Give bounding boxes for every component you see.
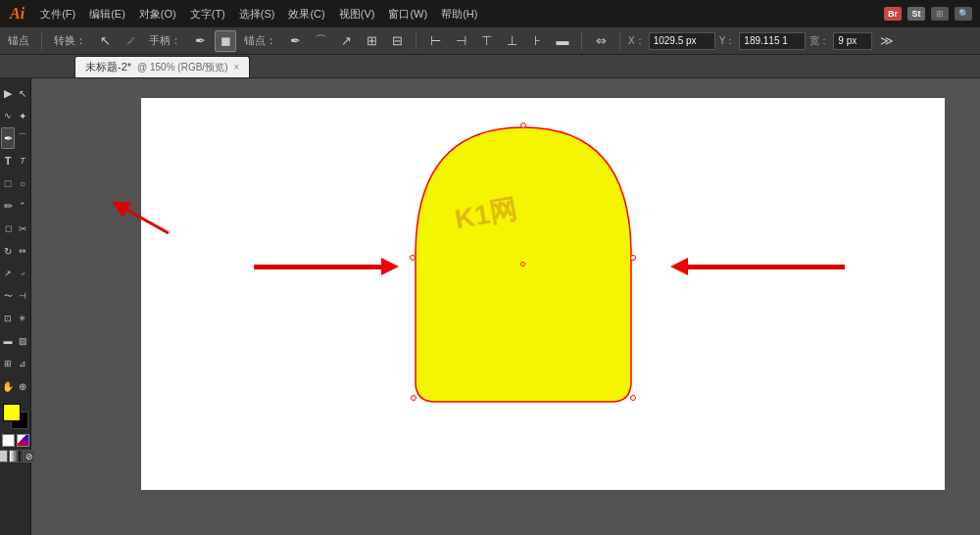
curvature-tool-btn[interactable]: ⌒ (16, 127, 29, 149)
magic-wand-btn[interactable]: ✦ (16, 105, 29, 126)
distribute-h-btn[interactable]: ⇔ (590, 30, 612, 52)
anchor-btn-2[interactable]: ⌒ (310, 30, 331, 52)
transform-btn-2[interactable]: ⟋ (120, 30, 141, 52)
scissor-tool-btn[interactable]: ✂ (16, 218, 29, 239)
shear-tool-btn[interactable]: ⌿ (16, 263, 29, 284)
zoom-tool-btn[interactable]: ⊕ (16, 375, 29, 397)
align-bottom-btn[interactable]: ▬ (552, 30, 573, 52)
separator-4 (619, 32, 620, 50)
align-center-btn[interactable]: ⊣ (450, 30, 471, 52)
tool-row-13: ⊞ ⊿ (1, 353, 29, 374)
x-input[interactable] (649, 32, 715, 50)
color-swatch-area (3, 404, 30, 431)
anchor-btn-4[interactable]: ⊞ (361, 30, 382, 52)
stock-icon[interactable]: St (907, 7, 925, 21)
separator-1 (41, 32, 42, 50)
yellow-shape[interactable]: K1网 (406, 118, 641, 407)
align-top-btn[interactable]: ⊥ (501, 30, 522, 52)
tool-row-8: ↻ ⇔ (1, 240, 29, 262)
pencil-tool-btn[interactable]: ✏ (1, 195, 15, 217)
ellipse-tool-btn[interactable]: ○ (16, 172, 29, 194)
handle-btn-2[interactable]: ◼ (215, 30, 236, 52)
canvas-area[interactable]: K1网 (63, 78, 980, 535)
align-middle-btn[interactable]: ⊦ (526, 30, 548, 52)
text-tool-btn[interactable]: T (1, 150, 15, 171)
text-tool-2-btn[interactable]: T (16, 150, 29, 171)
menu-file[interactable]: 文件(F) (34, 5, 81, 24)
menu-select[interactable]: 选择(S) (233, 5, 281, 24)
menu-view[interactable]: 视图(V) (333, 5, 381, 24)
handle-bottom-right[interactable] (630, 395, 636, 401)
solid-fill-btn[interactable] (0, 450, 8, 462)
handle-btn-1[interactable]: ✒ (189, 30, 211, 52)
graph-tool-btn[interactable]: ▬ (1, 330, 15, 352)
free-transform-btn[interactable]: ⊡ (1, 308, 15, 329)
menu-window[interactable]: 窗口(W) (382, 5, 433, 24)
pen-tool-btn[interactable]: ✒ (1, 127, 15, 149)
grid-icon[interactable]: ⊞ (931, 7, 949, 21)
select-tool-btn[interactable]: ▶ (1, 82, 15, 104)
tool-row-2: ∿ ✦ (1, 105, 29, 126)
rectangle-tool-btn[interactable]: □ (1, 172, 15, 194)
handle-bottom-left[interactable] (411, 395, 416, 401)
anchor-btn-3[interactable]: ↗ (335, 30, 357, 52)
puppet-warp-btn[interactable]: ✳ (16, 308, 29, 329)
separator-2 (416, 32, 416, 50)
warp-tool-btn[interactable]: 〜 (1, 285, 15, 307)
tool-row-7: ◻ ✂ (1, 218, 29, 239)
search-icon[interactable]: 🔍 (955, 7, 972, 21)
width-input[interactable] (833, 32, 872, 50)
right-arrow (670, 258, 845, 275)
tab-label: 未标题-2* (85, 60, 131, 74)
separator-3 (581, 32, 582, 50)
tool-row-14: ✋ ⊕ (1, 375, 29, 397)
artboard-tool-btn[interactable]: ⊞ (1, 353, 15, 374)
slice-tool-btn[interactable]: ⊿ (16, 353, 29, 374)
tool-row-6: ✏ ⌃ (1, 195, 29, 217)
handle-left-center[interactable] (410, 255, 416, 261)
eraser-tool-btn[interactable]: ◻ (1, 218, 15, 239)
gradient-fill-btn[interactable] (9, 450, 22, 462)
right-arrow-line (688, 265, 845, 269)
hand-tool-btn[interactable]: ✋ (1, 375, 15, 397)
scale-tool-btn[interactable]: ↗ (1, 263, 15, 284)
anchor-btn-5[interactable]: ⊟ (386, 30, 408, 52)
none-fill-btn[interactable]: ⊘ (23, 450, 35, 462)
rotate-tool-btn[interactable]: ↻ (1, 240, 15, 262)
smooth-tool-btn[interactable]: ⌃ (16, 195, 29, 217)
handle-right-center[interactable] (630, 255, 636, 261)
indicator-arrow-svg (102, 196, 171, 235)
more-options-btn[interactable]: ≫ (876, 30, 898, 52)
control-toolbar: 锚点 转换： ↖ ⟋ 手柄： ✒ ◼ 锚点： ✒ ⌒ ↗ ⊞ ⊟ ⊢ ⊣ ⊤ ⊥… (0, 27, 980, 55)
menu-object[interactable]: 对象(O) (133, 5, 182, 24)
swap-colors-btn[interactable] (17, 434, 29, 447)
bridge-icon[interactable]: Br (884, 7, 902, 21)
transform-label: 转换： (50, 33, 90, 48)
align-right-btn[interactable]: ⊤ (475, 30, 497, 52)
menu-effect[interactable]: 效果(C) (282, 5, 330, 24)
reflect-tool-btn[interactable]: ⇔ (16, 240, 29, 262)
align-left-btn[interactable]: ⊢ (424, 30, 446, 52)
y-input[interactable] (739, 32, 806, 50)
reset-colors-btn[interactable] (2, 434, 15, 447)
title-bar: Ai 文件(F) 编辑(E) 对象(O) 文字(T) 选择(S) 效果(C) 视… (0, 0, 980, 27)
chart-tool-btn[interactable]: ▨ (16, 330, 29, 352)
width-tool-btn[interactable]: ⊣ (16, 285, 29, 307)
lasso-tool-btn[interactable]: ∿ (1, 105, 15, 126)
transform-btn-1[interactable]: ↖ (94, 30, 116, 52)
tab-bar: 未标题-2* @ 150% (RGB/预览) × (0, 55, 980, 78)
tool-row-5: □ ○ (1, 172, 29, 194)
direct-select-tool-btn[interactable]: ↖ (16, 82, 29, 104)
left-arrow (254, 258, 399, 275)
tool-row-12: ▬ ▨ (1, 330, 29, 352)
menu-help[interactable]: 帮助(H) (435, 5, 483, 24)
tool-row-10: 〜 ⊣ (1, 285, 29, 307)
handle-top-center[interactable] (520, 122, 526, 128)
x-label: X： (628, 34, 645, 48)
fill-swatch[interactable] (3, 404, 21, 421)
document-tab[interactable]: 未标题-2* @ 150% (RGB/预览) × (74, 56, 250, 77)
anchor-btn-1[interactable]: ✒ (284, 30, 306, 52)
menu-edit[interactable]: 编辑(E) (83, 5, 131, 24)
tab-close-btn[interactable]: × (233, 62, 239, 73)
menu-text[interactable]: 文字(T) (184, 5, 231, 24)
